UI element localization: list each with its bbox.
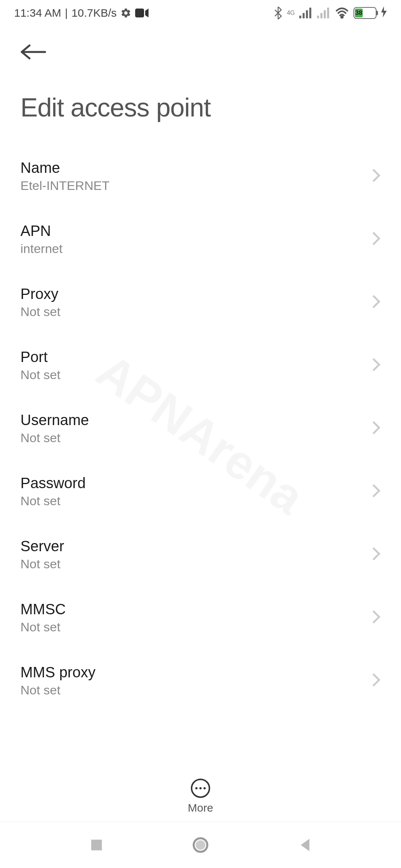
status-time: 11:34 AM — [14, 7, 61, 19]
setting-text: Server Not set — [20, 538, 64, 571]
chevron-right-icon — [372, 609, 381, 626]
svg-rect-1 — [299, 16, 301, 18]
setting-item-password[interactable]: Password Not set — [20, 460, 381, 523]
chevron-right-icon — [372, 546, 381, 563]
setting-value: Etel-INTERNET — [20, 178, 110, 193]
more-icon — [191, 779, 210, 798]
network-type-label: 4G — [287, 10, 295, 16]
status-separator: | — [65, 7, 68, 19]
settings-list: Name Etel-INTERNET APN internet Proxy No… — [0, 145, 401, 812]
svg-rect-6 — [320, 13, 322, 18]
page-title: Edit access point — [20, 93, 381, 122]
setting-value: Not set — [20, 620, 66, 634]
charging-icon — [381, 6, 387, 20]
setting-value: Not set — [20, 683, 95, 697]
chevron-right-icon — [372, 231, 381, 247]
svg-rect-5 — [317, 16, 319, 18]
video-icon — [135, 8, 149, 18]
chevron-right-icon — [372, 357, 381, 374]
svg-rect-3 — [306, 10, 308, 19]
svg-rect-2 — [303, 13, 304, 18]
setting-value: Not set — [20, 368, 61, 382]
setting-label: Password — [20, 475, 86, 491]
nav-recent-button[interactable] — [88, 836, 105, 854]
nav-home-button[interactable] — [192, 836, 209, 854]
battery-icon: 38 — [353, 7, 376, 19]
setting-label: Port — [20, 349, 61, 365]
setting-value: Not set — [20, 305, 61, 319]
chevron-right-icon — [372, 420, 381, 437]
triangle-left-icon — [298, 838, 311, 852]
more-button[interactable]: More — [188, 779, 213, 814]
more-label: More — [188, 802, 213, 814]
setting-item-proxy[interactable]: Proxy Not set — [20, 271, 381, 334]
setting-label: MMSC — [20, 601, 66, 618]
setting-text: Username Not set — [20, 412, 89, 445]
signal-icon-2 — [317, 7, 330, 19]
bluetooth-icon — [274, 7, 283, 19]
setting-text: APN internet — [20, 223, 62, 256]
chevron-right-icon — [372, 294, 381, 310]
setting-label: APN — [20, 223, 62, 239]
chevron-right-icon — [372, 673, 381, 689]
setting-text: MMS proxy Not set — [20, 664, 95, 697]
svg-rect-4 — [309, 8, 311, 19]
setting-item-server[interactable]: Server Not set — [20, 523, 381, 586]
setting-value: Not set — [20, 494, 86, 508]
setting-item-mmsc[interactable]: MMSC Not set — [20, 586, 381, 649]
setting-label: Proxy — [20, 286, 61, 302]
bottom-toolbar: More — [0, 771, 401, 822]
setting-item-mms-proxy[interactable]: MMS proxy Not set — [20, 649, 381, 712]
setting-value: Not set — [20, 431, 89, 445]
setting-item-apn[interactable]: APN internet — [20, 208, 381, 271]
svg-rect-8 — [327, 8, 329, 19]
svg-rect-11 — [91, 840, 102, 851]
header: Edit access point — [0, 26, 401, 122]
chevron-right-icon — [372, 168, 381, 184]
setting-label: Name — [20, 160, 110, 176]
setting-value: Not set — [20, 557, 64, 571]
status-left: 11:34 AM | 10.7KB/s — [14, 7, 149, 19]
arrow-left-icon — [20, 43, 46, 61]
gear-icon — [120, 7, 131, 19]
setting-label: Username — [20, 412, 89, 428]
status-speed: 10.7KB/s — [72, 7, 117, 19]
svg-point-9 — [341, 16, 343, 18]
setting-text: Proxy Not set — [20, 286, 61, 319]
setting-label: MMS proxy — [20, 664, 95, 681]
battery-level: 38 — [355, 9, 363, 17]
setting-text: MMSC Not set — [20, 601, 66, 634]
signal-icon-1 — [299, 7, 313, 19]
setting-text: Port Not set — [20, 349, 61, 382]
setting-item-username[interactable]: Username Not set — [20, 397, 381, 460]
setting-item-port[interactable]: Port Not set — [20, 334, 381, 397]
status-right: 4G 38 — [274, 6, 387, 20]
chevron-right-icon — [372, 483, 381, 500]
nav-back-button[interactable] — [296, 836, 313, 854]
setting-label: Server — [20, 538, 64, 555]
setting-value: internet — [20, 241, 62, 256]
back-button[interactable] — [20, 37, 50, 67]
status-bar: 11:34 AM | 10.7KB/s 4G 38 — [0, 0, 401, 26]
svg-rect-7 — [324, 10, 326, 19]
setting-text: Password Not set — [20, 475, 86, 508]
wifi-icon — [335, 7, 349, 19]
setting-text: Name Etel-INTERNET — [20, 160, 110, 193]
setting-item-name[interactable]: Name Etel-INTERNET — [20, 145, 381, 208]
svg-rect-0 — [135, 9, 144, 17]
nav-bar — [0, 822, 401, 868]
circle-icon — [192, 837, 209, 853]
square-icon — [90, 838, 103, 852]
svg-point-13 — [196, 840, 205, 850]
